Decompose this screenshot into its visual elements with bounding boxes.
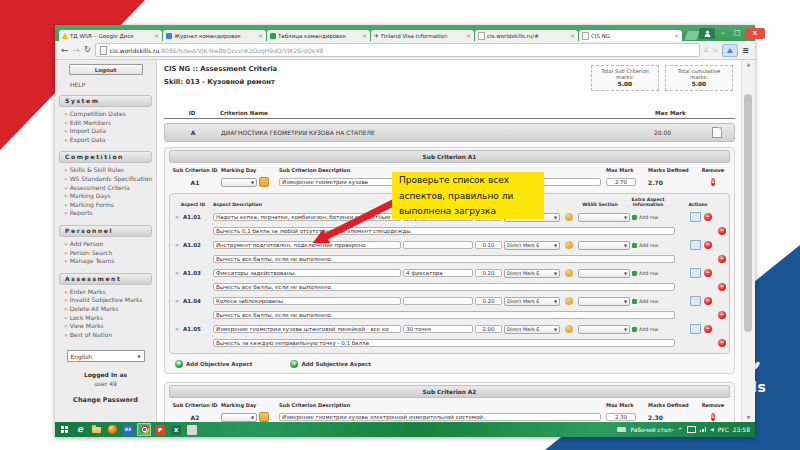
- tab-table[interactable]: Таблица командировок ×: [267, 30, 370, 41]
- drag-handle-icon[interactable]: ≡: [173, 214, 181, 220]
- remove-aspect-icon[interactable]: –: [704, 241, 712, 249]
- tab-close-icon[interactable]: ×: [570, 32, 575, 39]
- extra-info-icon[interactable]: [690, 240, 701, 250]
- remove-aspect-icon[interactable]: –: [704, 213, 712, 221]
- add-subjective-aspect-button[interactable]: +Add Subjective Aspect: [290, 360, 371, 368]
- tab-visa-info[interactable]: ✈ Finland Visa Information ×: [371, 30, 474, 41]
- maximize-button[interactable]: □: [731, 28, 743, 39]
- sidebar-item-marking-days[interactable]: »Marking Days: [55, 192, 156, 201]
- remove-aspect-icon[interactable]: –: [704, 297, 712, 305]
- extra-info-icon[interactable]: [690, 324, 701, 334]
- sub-criterion-max-input[interactable]: [606, 413, 636, 421]
- network-icon[interactable]: [700, 427, 707, 432]
- excel-taskbar-button[interactable]: X: [169, 423, 183, 436]
- tab-close-icon[interactable]: ×: [674, 32, 679, 39]
- scrollbar-track[interactable]: ▲ ▼: [741, 60, 755, 422]
- tab-google-drive[interactable]: ТД WSR – Google Диск ×: [59, 30, 162, 41]
- remove-deduction-icon[interactable]: –: [718, 283, 726, 291]
- sidebar-item-add-person[interactable]: »Add Person: [55, 240, 156, 249]
- firefox-taskbar-button[interactable]: [105, 423, 119, 436]
- sidebar-item-assessment-criteria[interactable]: »Assessment Criteria: [55, 184, 156, 193]
- sidebar-item-edit-members[interactable]: »Edit Members: [55, 119, 156, 128]
- gray-app-taskbar-button[interactable]: [185, 423, 199, 436]
- sidebar-item-competition-dates[interactable]: »Competition Dates: [55, 110, 156, 119]
- sidebar-item-person-search[interactable]: »Person Search: [55, 249, 156, 258]
- minimize-button[interactable]: –: [717, 28, 729, 39]
- back-button[interactable]: ←: [61, 45, 69, 55]
- wsss-section-select[interactable]: ▼: [578, 297, 630, 306]
- drive-extension-button[interactable]: [722, 44, 738, 57]
- forward-button[interactable]: →: [73, 45, 81, 55]
- sidebar-item-skills-rules[interactable]: »Skills & Skill Rules: [55, 166, 156, 175]
- wsss-section-select[interactable]: ▼: [578, 269, 630, 278]
- aspect-description-input[interactable]: [213, 297, 401, 305]
- aspect-mark-input[interactable]: [475, 297, 502, 305]
- sidebar-item-reports[interactable]: »Reports: [55, 209, 156, 218]
- aspect-extra-input[interactable]: [403, 269, 473, 277]
- wsss-section-select[interactable]: ▼: [578, 213, 630, 222]
- remove-aspect-icon[interactable]: –: [704, 269, 712, 277]
- volume-icon[interactable]: ◀: [710, 427, 713, 432]
- wsss-section-select[interactable]: ▼: [578, 325, 630, 334]
- drag-handle-icon[interactable]: ≡: [173, 298, 181, 304]
- wsss-section-select[interactable]: ▼: [578, 241, 630, 250]
- remove-deduction-icon[interactable]: –: [718, 311, 726, 319]
- marking-day-select[interactable]: ▼: [221, 178, 257, 187]
- bookmark-star-icon[interactable]: ☆: [712, 46, 718, 54]
- sidebar-item-export-data[interactable]: »Export Data: [55, 136, 156, 145]
- profile-button[interactable]: [699, 28, 715, 39]
- sidebar-item-lock-marks[interactable]: »Lock Marks: [55, 314, 156, 323]
- close-button[interactable]: ×: [745, 28, 765, 39]
- remove-deduction-icon[interactable]: –: [718, 227, 726, 235]
- mark-type-select[interactable]: Direct Mark E▼: [504, 325, 560, 334]
- remove-aspect-icon[interactable]: –: [704, 325, 712, 333]
- judgement-icon[interactable]: [565, 241, 573, 249]
- blue-app-taskbar-button[interactable]: 03: [121, 423, 135, 436]
- logout-button[interactable]: Logout: [69, 64, 143, 75]
- mark-type-select[interactable]: Direct Mark E▼: [504, 269, 560, 278]
- desktop-toolbar-label[interactable]: Рабочий стол»: [630, 427, 673, 433]
- add-row-link[interactable]: Add row: [632, 271, 676, 276]
- calendar-icon[interactable]: [259, 412, 269, 422]
- sidebar-item-enter-marks[interactable]: »Enter Marks: [55, 288, 156, 297]
- sidebar-item-view-marks[interactable]: »View Marks: [55, 322, 156, 331]
- judgement-icon[interactable]: [565, 269, 573, 277]
- aspect-mark-input[interactable]: [475, 269, 502, 277]
- export-doc-icon[interactable]: [712, 127, 722, 138]
- sidebar-item-help[interactable]: HELP: [70, 81, 156, 88]
- criterion-row-a[interactable]: A ДИАГНОСТИКА ГЕОМЕТРИИ КУЗОВА НА СТАПЕЛ…: [164, 123, 735, 142]
- language-indicator[interactable]: РУС: [718, 427, 729, 433]
- tab-cis-ng-active[interactable]: CIS NG ×: [579, 30, 682, 41]
- reload-button[interactable]: ↻: [84, 45, 91, 55]
- drag-handle-icon[interactable]: ≡: [173, 242, 181, 248]
- extra-info-icon[interactable]: [690, 268, 701, 278]
- scroll-down-icon[interactable]: ▼: [742, 415, 755, 420]
- sidebar-item-import-data[interactable]: »Import Data: [55, 127, 156, 136]
- sidebar-item-delete-all-marks[interactable]: »Delete All Marks: [55, 305, 156, 314]
- tab-journal[interactable]: Журнал командировок ×: [163, 30, 266, 41]
- tab-cis-site[interactable]: cis.worldskills.ru/# ×: [475, 30, 578, 41]
- chrome-taskbar-button[interactable]: [137, 423, 151, 436]
- extra-info-icon[interactable]: [690, 212, 701, 222]
- tab-close-icon[interactable]: ×: [258, 32, 263, 39]
- sidebar-item-invalid-subjective[interactable]: »Invalid Subjective Marks: [55, 296, 156, 305]
- aspect-description-input[interactable]: [213, 269, 401, 277]
- chrome-menu-icon[interactable]: ≡: [742, 46, 749, 55]
- remove-deduction-icon[interactable]: –: [718, 339, 726, 347]
- mark-type-select[interactable]: Direct Mark E▼: [504, 297, 560, 306]
- new-tab-button[interactable]: [684, 31, 699, 40]
- deduction-input[interactable]: [213, 311, 675, 319]
- remove-deduction-icon[interactable]: –: [718, 255, 726, 263]
- aspect-mark-input[interactable]: [475, 325, 502, 333]
- deduction-input[interactable]: [213, 283, 675, 291]
- sidebar-item-best-of-nation[interactable]: »Best of Nation: [55, 331, 156, 340]
- deduction-input[interactable]: [213, 227, 675, 235]
- remove-sub-criterion-icon[interactable]: –: [711, 178, 714, 186]
- aspect-extra-input[interactable]: [403, 325, 473, 333]
- sub-criterion-max-input[interactable]: [606, 178, 636, 186]
- remove-sub-criterion-icon[interactable]: –: [711, 413, 714, 421]
- tab-close-icon[interactable]: ×: [466, 32, 471, 39]
- clock[interactable]: 23:58: [733, 426, 750, 433]
- keyboard-icon[interactable]: [617, 427, 626, 432]
- deduction-input[interactable]: [213, 339, 675, 347]
